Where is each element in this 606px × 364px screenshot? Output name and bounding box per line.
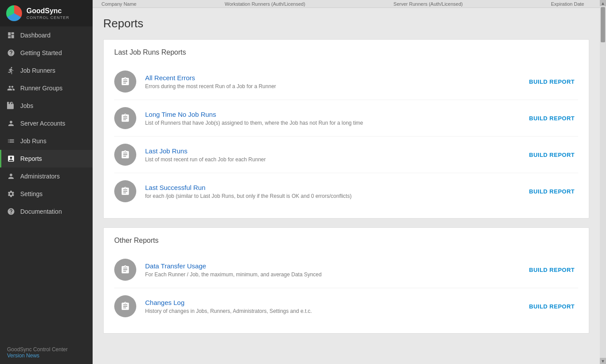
build-report-btn-0[interactable]: BUILD REPORT bbox=[526, 77, 579, 87]
hint-col4: Expiration Date bbox=[551, 1, 584, 7]
sidebar-item-server-accounts[interactable]: Server Accounts bbox=[0, 115, 93, 132]
last-job-run-item-0: All Recent Errors Errors during the most… bbox=[114, 63, 578, 100]
runner-groups-icon bbox=[7, 84, 15, 92]
sidebar-item-settings[interactable]: Settings bbox=[0, 185, 93, 203]
scrollbar-thumb[interactable] bbox=[601, 7, 605, 42]
sidebar-item-label-getting-started: Getting Started bbox=[20, 49, 62, 56]
other-reports-heading: Other Reports bbox=[114, 237, 578, 245]
sidebar: GoodSync CONTROL CENTER DashboardGetting… bbox=[0, 0, 93, 364]
sidebar-item-job-runs[interactable]: Job Runs bbox=[0, 132, 93, 150]
other-report-title-0: Data Transfer Usage bbox=[145, 262, 517, 270]
other-build-report-btn-0[interactable]: BUILD REPORT bbox=[526, 265, 579, 275]
main-area: Company Name Workstation Runners (Auth/L… bbox=[93, 0, 600, 364]
scroll-up-arrow[interactable]: ▲ bbox=[600, 0, 606, 6]
sidebar-item-jobs[interactable]: Jobs bbox=[0, 97, 93, 115]
report-text-0: All Recent Errors Errors during the most… bbox=[145, 74, 517, 89]
sidebar-item-getting-started[interactable]: Getting Started bbox=[0, 44, 93, 62]
build-report-btn-2[interactable]: BUILD REPORT bbox=[526, 150, 579, 160]
other-report-item-0: Data Transfer Usage For Each Runner / Jo… bbox=[114, 252, 578, 288]
documentation-icon bbox=[7, 208, 15, 215]
last-job-run-item-2: Last Job Runs List of most recent run of… bbox=[114, 137, 578, 173]
report-icon-2 bbox=[114, 144, 136, 166]
hint-col1: Company Name bbox=[101, 1, 136, 7]
report-title-1: Long Time No Job Runs bbox=[145, 111, 517, 118]
content-area: Reports Last Job Runs Reports All Recent… bbox=[93, 8, 600, 364]
sidebar-item-label-jobs: Jobs bbox=[20, 102, 34, 109]
logo-icon bbox=[6, 5, 22, 21]
sidebar-item-label-runner-groups: Runner Groups bbox=[20, 85, 63, 92]
reports-icon bbox=[7, 155, 15, 163]
getting-started-icon bbox=[7, 49, 15, 57]
other-report-title-1: Changes Log bbox=[145, 299, 517, 306]
build-report-btn-3[interactable]: BUILD REPORT bbox=[526, 186, 579, 197]
version-news-link[interactable]: Version News bbox=[7, 353, 39, 359]
last-job-run-item-1: Long Time No Job Runs List of Runners th… bbox=[114, 100, 578, 137]
last-job-runs-heading: Last Job Runs Reports bbox=[114, 48, 578, 56]
sidebar-item-job-runners[interactable]: Job Runners bbox=[0, 62, 93, 79]
report-text-2: Last Job Runs List of most recent run of… bbox=[145, 147, 517, 163]
hint-col3: Server Runners (Auth/Licensed) bbox=[393, 1, 463, 7]
sidebar-item-runner-groups[interactable]: Runner Groups bbox=[0, 79, 93, 97]
report-title-3: Last Successful Run bbox=[145, 184, 517, 191]
sidebar-item-label-dashboard: Dashboard bbox=[20, 32, 51, 39]
sidebar-item-label-reports: Reports bbox=[20, 155, 42, 162]
sidebar-item-label-job-runners: Job Runners bbox=[20, 67, 55, 74]
other-report-item-1: Changes Log History of changes in Jobs, … bbox=[114, 288, 578, 324]
report-desc-2: List of most recent run of each Job for … bbox=[145, 156, 517, 163]
last-job-run-item-3: Last Successful Run for each /job (simil… bbox=[114, 173, 578, 209]
sidebar-item-label-settings: Settings bbox=[20, 190, 43, 197]
report-desc-1: List of Runners that have Job(s) assigne… bbox=[145, 120, 517, 126]
last-job-runs-section: Last Job Runs Reports All Recent Errors … bbox=[103, 39, 589, 219]
report-text-1: Long Time No Job Runs List of Runners th… bbox=[145, 111, 517, 126]
sidebar-footer: GoodSync Control Center Version News bbox=[0, 341, 93, 364]
sidebar-item-label-administrators: Administrators bbox=[20, 173, 60, 180]
sidebar-item-dashboard[interactable]: Dashboard bbox=[0, 26, 93, 44]
other-reports-section: Other Reports Data Transfer Usage For Ea… bbox=[103, 227, 589, 334]
report-icon-3 bbox=[114, 180, 136, 202]
app-name: GoodSync bbox=[26, 7, 69, 15]
job-runners-icon bbox=[7, 67, 15, 74]
build-report-btn-1[interactable]: BUILD REPORT bbox=[526, 113, 579, 123]
report-desc-0: Errors during the most recent Run of a J… bbox=[145, 83, 517, 89]
report-icon-1 bbox=[114, 107, 136, 129]
settings-icon bbox=[7, 190, 15, 198]
logo-area: GoodSync CONTROL CENTER bbox=[0, 0, 93, 26]
sidebar-item-documentation[interactable]: Documentation bbox=[0, 203, 93, 220]
sidebar-item-label-documentation: Documentation bbox=[20, 208, 62, 215]
window-scrollbar[interactable]: ▲ ▼ bbox=[600, 0, 606, 364]
report-title-2: Last Job Runs bbox=[145, 147, 517, 155]
other-report-text-0: Data Transfer Usage For Each Runner / Jo… bbox=[145, 262, 517, 278]
report-desc-3: for each /job (similar to Last Job Runs,… bbox=[145, 193, 517, 199]
app-subtitle: CONTROL CENTER bbox=[26, 15, 69, 20]
sidebar-item-label-server-accounts: Server Accounts bbox=[20, 120, 65, 127]
hint-col2: Workstation Runners (Auth/Licensed) bbox=[224, 1, 305, 7]
other-reports-list: Data Transfer Usage For Each Runner / Jo… bbox=[114, 252, 578, 324]
footer-app-name: GoodSync Control Center bbox=[7, 346, 86, 353]
last-job-runs-list: All Recent Errors Errors during the most… bbox=[114, 63, 578, 209]
page-title: Reports bbox=[103, 17, 589, 30]
sidebar-item-label-job-runs: Job Runs bbox=[20, 137, 46, 145]
administrators-icon bbox=[7, 172, 15, 180]
report-icon-0 bbox=[114, 71, 136, 93]
other-report-text-1: Changes Log History of changes in Jobs, … bbox=[145, 299, 517, 314]
jobs-icon bbox=[7, 102, 15, 110]
other-report-icon-0 bbox=[114, 259, 136, 281]
other-report-desc-0: For Each Runner / Job, the maximum, mini… bbox=[145, 271, 517, 278]
scroll-down-arrow[interactable]: ▼ bbox=[600, 358, 606, 364]
job-runs-icon bbox=[7, 137, 15, 145]
other-build-report-btn-1[interactable]: BUILD REPORT bbox=[526, 301, 579, 312]
other-report-icon-1 bbox=[114, 295, 136, 317]
sidebar-item-reports[interactable]: Reports bbox=[0, 150, 93, 167]
logo-text: GoodSync CONTROL CENTER bbox=[26, 7, 69, 19]
report-title-0: All Recent Errors bbox=[145, 74, 517, 82]
server-accounts-icon bbox=[7, 119, 15, 127]
nav-menu: DashboardGetting StartedJob RunnersRunne… bbox=[0, 26, 93, 220]
other-report-desc-1: History of changes in Jobs, Runners, Adm… bbox=[145, 308, 517, 314]
dashboard-icon bbox=[7, 31, 15, 39]
report-text-3: Last Successful Run for each /job (simil… bbox=[145, 184, 517, 199]
sidebar-item-administrators[interactable]: Administrators bbox=[0, 167, 93, 185]
top-hint-bar: Company Name Workstation Runners (Auth/L… bbox=[93, 0, 600, 8]
